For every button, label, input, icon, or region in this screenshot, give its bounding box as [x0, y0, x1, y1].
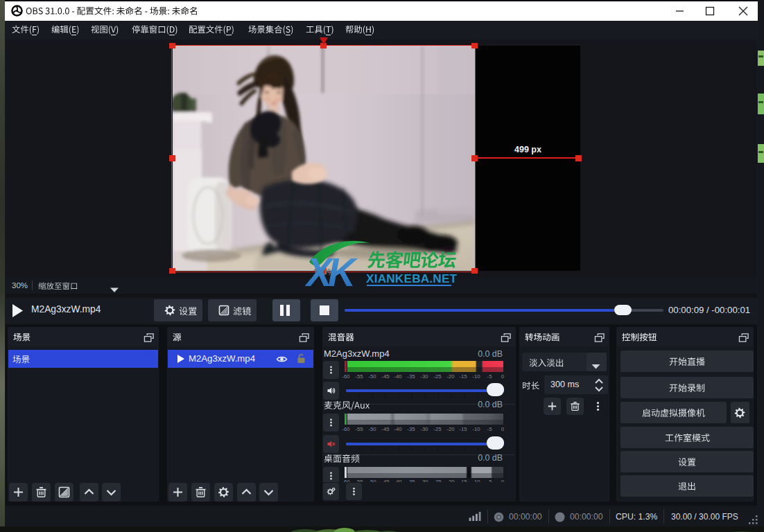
svg-text:K: K: [328, 250, 358, 292]
